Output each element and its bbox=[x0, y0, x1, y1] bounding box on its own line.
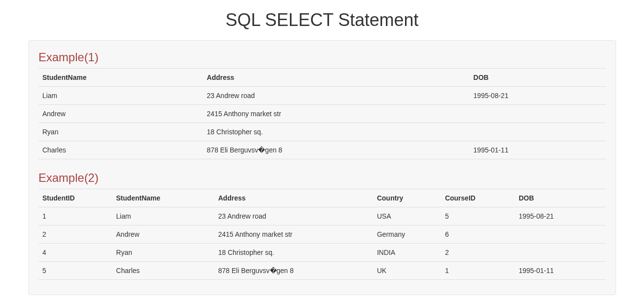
table-cell: 2415 Anthony market str bbox=[203, 105, 469, 123]
table-row: 4 Ryan 18 Christopher sq. INDIA 2 bbox=[39, 244, 606, 262]
table-cell: Andrew bbox=[112, 225, 214, 244]
table-cell: 5 bbox=[441, 207, 515, 225]
table-cell: Ryan bbox=[39, 123, 203, 141]
table-cell: Liam bbox=[112, 207, 214, 225]
content-panel: Example(1) StudentName Address DOB Liam … bbox=[28, 40, 616, 295]
table-cell bbox=[515, 244, 605, 262]
table-header: DOB bbox=[470, 69, 606, 87]
table-cell: 2415 Anthony market str bbox=[214, 225, 373, 244]
table-cell: 1 bbox=[441, 262, 515, 280]
table-cell: 1 bbox=[39, 207, 113, 225]
table-cell: Liam bbox=[39, 87, 203, 105]
table-cell bbox=[470, 123, 606, 141]
table-header: CourseID bbox=[441, 189, 515, 207]
table-header: StudentName bbox=[39, 69, 203, 87]
table-row: Ryan 18 Christopher sq. bbox=[39, 123, 606, 141]
table-header: StudentName bbox=[112, 189, 214, 207]
table-cell bbox=[470, 105, 606, 123]
table-cell: Ryan bbox=[112, 244, 214, 262]
table-cell: 18 Christopher sq. bbox=[214, 244, 373, 262]
table-cell: Charles bbox=[112, 262, 214, 280]
example1-table: StudentName Address DOB Liam 23 Andrew r… bbox=[39, 68, 606, 159]
table-cell: 1995-08-21 bbox=[515, 207, 605, 225]
example2-heading: Example(2) bbox=[39, 171, 606, 185]
table-cell: USA bbox=[373, 207, 441, 225]
table-cell: Andrew bbox=[39, 105, 203, 123]
table-cell: Charles bbox=[39, 141, 203, 159]
table-row: Andrew 2415 Anthony market str bbox=[39, 105, 606, 123]
table-row: Charles 878 Eli Berguvsv�gen 8 1995-01-1… bbox=[39, 141, 606, 159]
table-cell: 4 bbox=[39, 244, 113, 262]
table-cell: 18 Christopher sq. bbox=[203, 123, 469, 141]
table-cell: 5 bbox=[39, 262, 113, 280]
table-header: DOB bbox=[515, 189, 605, 207]
table-header: StudentID bbox=[39, 189, 113, 207]
table-cell: 2 bbox=[441, 244, 515, 262]
table-header: Address bbox=[214, 189, 373, 207]
table-cell: 878 Eli Berguvsv�gen 8 bbox=[203, 141, 469, 159]
table-cell: 1995-08-21 bbox=[470, 87, 606, 105]
table-cell: INDIA bbox=[373, 244, 441, 262]
table-cell: 1995-01-11 bbox=[470, 141, 606, 159]
table-cell: 6 bbox=[441, 225, 515, 244]
table-cell: 2 bbox=[39, 225, 113, 244]
table-cell: 1995-01-11 bbox=[515, 262, 605, 280]
table-row: 5 Charles 878 Eli Berguvsv�gen 8 UK 1 19… bbox=[39, 262, 606, 280]
page-title: SQL SELECT Statement bbox=[28, 10, 616, 30]
table-cell: UK bbox=[373, 262, 441, 280]
table-cell: 23 Andrew road bbox=[203, 87, 469, 105]
table-cell: 878 Eli Berguvsv�gen 8 bbox=[214, 262, 373, 280]
table-row: 2 Andrew 2415 Anthony market str Germany… bbox=[39, 225, 606, 244]
table-cell bbox=[515, 225, 605, 244]
table-cell: Germany bbox=[373, 225, 441, 244]
table-header: Country bbox=[373, 189, 441, 207]
example2-table: StudentID StudentName Address Country Co… bbox=[39, 189, 606, 280]
table-cell: 23 Andrew road bbox=[214, 207, 373, 225]
table-header: Address bbox=[203, 69, 469, 87]
table-row: 1 Liam 23 Andrew road USA 5 1995-08-21 bbox=[39, 207, 606, 225]
table-row: Liam 23 Andrew road 1995-08-21 bbox=[39, 87, 606, 105]
example1-heading: Example(1) bbox=[39, 50, 606, 64]
